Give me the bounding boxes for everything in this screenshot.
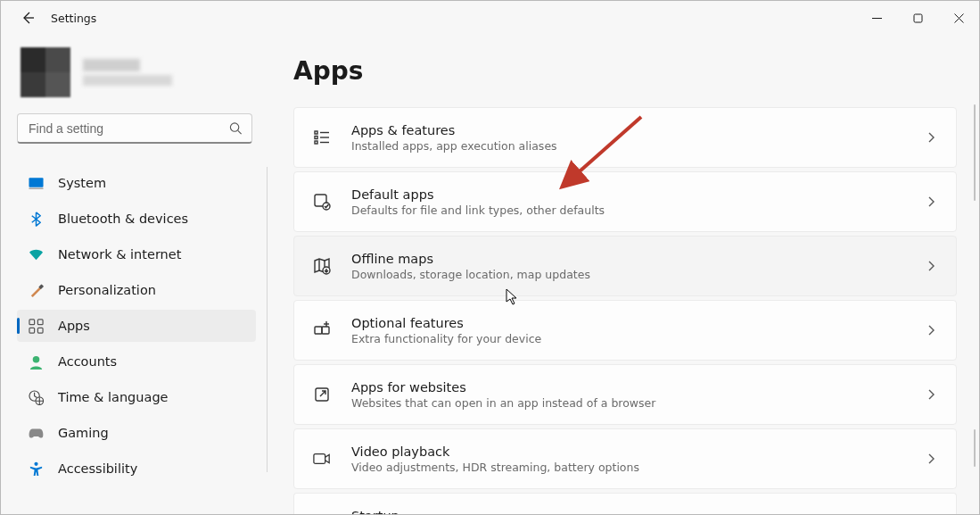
- card-optional-features[interactable]: Optional featuresExtra functionality for…: [293, 300, 957, 361]
- scroll-indicator[interactable]: [974, 429, 976, 467]
- card-title: Video playback: [351, 444, 906, 459]
- list-icon: [312, 129, 332, 146]
- sidebar-item-time-language[interactable]: Time & language: [17, 381, 256, 413]
- chevron-right-icon: [926, 196, 936, 207]
- profile-block[interactable]: [17, 44, 272, 101]
- card-title: Optional features: [351, 316, 906, 330]
- card-default-apps[interactable]: Default appsDefaults for file and link t…: [293, 171, 957, 232]
- system-icon: [28, 176, 44, 191]
- launch-icon: [312, 386, 332, 403]
- svg-point-13: [32, 355, 39, 362]
- main-content: Apps Apps & featuresInstalled apps, app …: [272, 35, 979, 514]
- chevron-right-icon: [926, 132, 936, 143]
- card-sub: Extra functionality for your device: [351, 332, 906, 345]
- svg-rect-11: [29, 328, 34, 333]
- card-title: Apps for websites: [351, 380, 906, 395]
- svg-rect-1: [914, 14, 922, 22]
- person-icon: [28, 354, 44, 370]
- card-startup[interactable]: Startup: [293, 493, 957, 514]
- card-title: Apps & features: [351, 123, 906, 137]
- nav-label: Apps: [58, 319, 90, 333]
- nav-label: Gaming: [58, 426, 109, 440]
- titlebar: Settings: [1, 1, 979, 35]
- nav-divider: [267, 167, 268, 472]
- sidebar-item-bluetooth[interactable]: Bluetooth & devices: [17, 203, 256, 235]
- sidebar-item-network[interactable]: Network & internet: [17, 238, 256, 270]
- card-offline-maps[interactable]: Offline mapsDownloads, storage location,…: [293, 236, 957, 296]
- sidebar-item-accounts[interactable]: Accounts: [17, 345, 256, 378]
- wifi-icon: [28, 247, 44, 262]
- card-title: Default apps: [351, 187, 906, 202]
- svg-rect-19: [315, 137, 317, 139]
- svg-line-5: [238, 130, 242, 134]
- sidebar-item-gaming[interactable]: Gaming: [17, 417, 256, 449]
- card-video-playback[interactable]: Video playbackVideo adjustments, HDR str…: [293, 428, 957, 489]
- chevron-right-icon: [926, 261, 936, 271]
- window-controls: [856, 4, 979, 32]
- sidebar-item-personalization[interactable]: Personalization: [17, 274, 256, 306]
- video-icon: [312, 450, 332, 468]
- svg-rect-26: [315, 327, 322, 334]
- scroll-indicator[interactable]: [974, 104, 976, 201]
- svg-rect-31: [314, 454, 325, 464]
- card-sub: Downloads, storage location, map updates: [351, 268, 906, 281]
- profile-text: [83, 59, 172, 86]
- sidebar: System Bluetooth & devices Network & int…: [1, 35, 272, 514]
- chevron-right-icon: [926, 389, 936, 400]
- nav-label: Network & internet: [58, 247, 181, 262]
- nav-label: Personalization: [58, 283, 156, 297]
- default-apps-icon: [312, 193, 332, 211]
- nav-label: Time & language: [58, 390, 169, 404]
- back-button[interactable]: [21, 11, 35, 25]
- chevron-right-icon: [926, 325, 936, 336]
- svg-point-16: [34, 461, 37, 465]
- card-apps-features[interactable]: Apps & featuresInstalled apps, app execu…: [293, 107, 957, 168]
- avatar: [21, 47, 70, 97]
- svg-rect-12: [37, 328, 43, 333]
- card-title: Offline maps: [351, 252, 906, 266]
- search-icon: [229, 121, 243, 135]
- clock-globe-icon: [28, 390, 44, 405]
- brush-icon: [28, 283, 44, 298]
- nav-list: System Bluetooth & devices Network & int…: [17, 167, 256, 485]
- search-box[interactable]: [17, 113, 252, 144]
- card-title: Startup: [351, 509, 936, 515]
- sidebar-item-apps[interactable]: Apps: [17, 310, 256, 342]
- search-input[interactable]: [18, 114, 251, 142]
- svg-rect-27: [322, 327, 329, 334]
- svg-rect-7: [29, 187, 43, 188]
- close-button[interactable]: [938, 4, 979, 32]
- card-apps-for-websites[interactable]: Apps for websitesWebsites that can open …: [293, 364, 957, 425]
- accessibility-icon: [28, 461, 44, 477]
- settings-list: Apps & featuresInstalled apps, app execu…: [293, 107, 957, 514]
- card-sub: Installed apps, app execution aliases: [351, 139, 906, 153]
- card-sub: Websites that can open in an app instead…: [351, 396, 906, 410]
- maximize-button[interactable]: [897, 4, 938, 32]
- svg-rect-6: [29, 178, 43, 187]
- svg-rect-21: [315, 141, 317, 144]
- chevron-right-icon: [926, 453, 936, 464]
- card-sub: Video adjustments, HDR streaming, batter…: [351, 461, 906, 474]
- page-title: Apps: [293, 56, 954, 86]
- nav-label: System: [58, 176, 106, 190]
- svg-rect-17: [315, 131, 317, 134]
- svg-point-4: [230, 122, 238, 130]
- svg-rect-10: [37, 319, 43, 324]
- minimize-button[interactable]: [856, 4, 897, 32]
- apps-icon: [28, 319, 44, 334]
- nav-label: Accounts: [58, 354, 117, 369]
- map-icon: [312, 257, 332, 275]
- bluetooth-icon: [28, 212, 44, 227]
- svg-rect-9: [29, 319, 34, 324]
- gamepad-icon: [28, 426, 44, 441]
- window-title: Settings: [51, 12, 96, 25]
- nav-label: Bluetooth & devices: [58, 212, 188, 226]
- optional-features-icon: [312, 321, 332, 339]
- sidebar-item-accessibility[interactable]: Accessibility: [17, 453, 256, 485]
- sidebar-item-system[interactable]: System: [17, 167, 256, 199]
- nav-label: Accessibility: [58, 461, 137, 476]
- card-sub: Defaults for file and link types, other …: [351, 204, 906, 217]
